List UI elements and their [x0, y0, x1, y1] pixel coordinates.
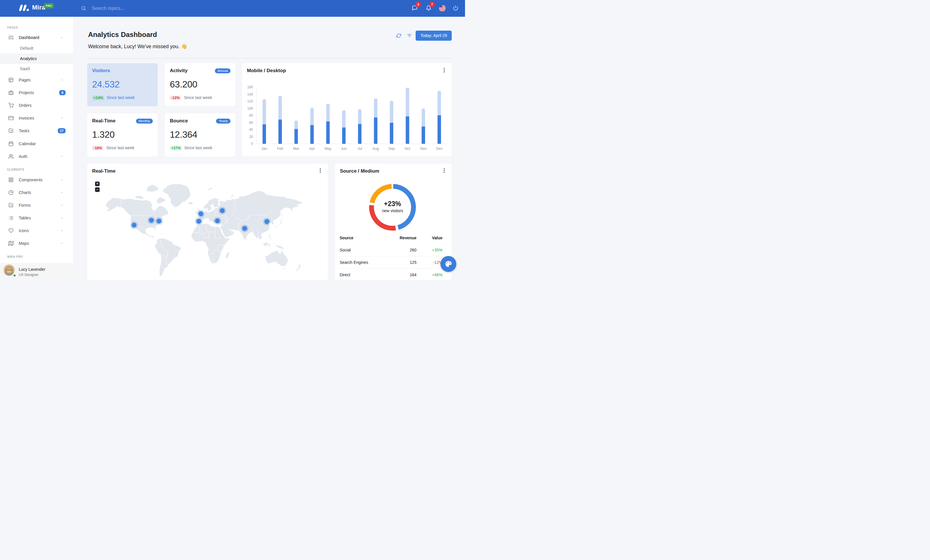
- svg-text:Oct: Oct: [405, 147, 410, 151]
- svg-text:Jun: Jun: [341, 147, 346, 151]
- svg-text:Apr: Apr: [309, 147, 315, 151]
- svg-text:100: 100: [247, 106, 253, 110]
- svg-text:120: 120: [247, 99, 253, 103]
- svg-text:Jan: Jan: [262, 147, 267, 151]
- svg-text:60: 60: [249, 121, 253, 125]
- svg-text:Dec: Dec: [436, 147, 442, 151]
- svg-text:80: 80: [249, 114, 253, 118]
- svg-text:Jul: Jul: [357, 147, 362, 151]
- svg-text:20: 20: [249, 135, 253, 139]
- svg-text:Aug: Aug: [373, 147, 379, 151]
- svg-text:0: 0: [251, 142, 253, 146]
- svg-text:Feb: Feb: [277, 147, 283, 151]
- svg-text:May: May: [325, 147, 331, 151]
- svg-text:Nov: Nov: [420, 147, 427, 151]
- svg-text:160: 160: [247, 85, 253, 89]
- svg-text:40: 40: [249, 127, 253, 132]
- svg-text:140: 140: [247, 92, 253, 97]
- svg-text:Mar: Mar: [293, 147, 300, 151]
- svg-text:Sep: Sep: [388, 147, 395, 151]
